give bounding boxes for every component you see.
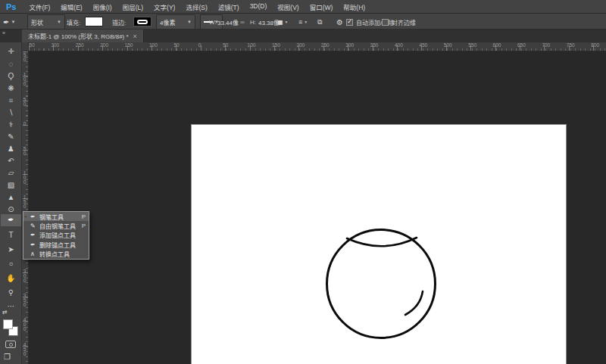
foreground-color-swatch[interactable] [3, 319, 13, 329]
menu-item[interactable]: 图像(I) [88, 2, 117, 11]
path-arrangement-button[interactable]: ⧉ [317, 14, 322, 30]
ruler-label: 450 [419, 42, 427, 48]
options-bar: ✒ ▼ 形状 ▼ 填充: 描边: 4像素 ▼ ▼ W: ∞ H: ◼▼ ≡▼ ⧉… [0, 14, 606, 30]
stroke-width-select[interactable]: 4像素 ▼ [156, 14, 195, 30]
toolbar-collapse-icon[interactable]: » [2, 30, 5, 36]
stroke-sample-icon [137, 20, 148, 24]
align-edges-label: 对齐边缘 [392, 14, 416, 30]
menu-item[interactable]: 文字(Y) [148, 2, 180, 11]
color-swatches [3, 319, 18, 336]
ruler-label: 300 [345, 42, 354, 48]
horizontal-type-tool[interactable]: T [1, 229, 21, 241]
ruler-label: 50 [22, 97, 27, 106]
gear-icon[interactable]: ⚙ [336, 14, 343, 30]
fill-label: 填充: [67, 14, 80, 30]
quick-mask-button[interactable] [5, 341, 16, 348]
ruler-label: 650 [517, 42, 526, 48]
menu-item[interactable]: 视图(V) [272, 2, 304, 11]
flyout-item-shortcut: P [82, 222, 86, 229]
width-field[interactable] [217, 19, 242, 26]
ruler-label: 300 [22, 269, 27, 282]
flyout-menu-item[interactable]: ✎ 自由钢笔工具 P [23, 221, 89, 230]
stroke-label: 描边: [112, 14, 126, 30]
menu-item[interactable]: 图层(L) [117, 2, 148, 11]
clone-stamp-tool[interactable]: ♟ [1, 143, 21, 155]
pen-tool[interactable]: ✒ [1, 214, 21, 226]
tool-mode-select[interactable]: 形状 ▼ [27, 14, 65, 30]
ruler-label: 600 [493, 42, 501, 48]
spot-healing-brush-tool[interactable]: ⚕ [1, 119, 21, 131]
quick-selection-tool[interactable]: ❋ [1, 82, 21, 95]
menu-item[interactable]: 滤镜(T) [213, 2, 245, 11]
ruler-label: 100 [22, 72, 27, 86]
flyout-item-label: 转换点工具 [39, 250, 83, 258]
lasso-tool[interactable]: Ϙ [1, 70, 21, 82]
photoshop-window: Ps 文件(F)编辑(E)图像(I)图层(L)文字(Y)选择(S)滤镜(T)3D… [0, 0, 606, 364]
screen-mode-button[interactable]: ❐ [4, 353, 11, 361]
zoom-tool[interactable]: ⚲ [1, 287, 21, 299]
path-operations-button[interactable]: ◼▼ [277, 14, 288, 30]
menu-item[interactable]: 文件(F) [23, 2, 55, 11]
edit-toolbar[interactable]: ⋯ [1, 300, 21, 313]
blur-tool[interactable]: ▲ [1, 191, 21, 204]
menu-item[interactable]: 帮助(H) [338, 2, 370, 11]
ruler-label: 0 [198, 42, 201, 48]
ruler-label: 200 [296, 42, 305, 48]
path-selection-tool[interactable]: ➤ [1, 244, 21, 256]
flyout-menu-item[interactable]: ✒ 删除锚点工具 [23, 240, 89, 249]
chevron-down-icon: ▼ [187, 20, 192, 24]
ruler-label: 100 [149, 42, 158, 48]
ruler-label: 200 [100, 42, 108, 48]
horizontal-ruler[interactable]: 3503002502001501005005010015020025030035… [29, 42, 606, 51]
brush-tool[interactable]: ✎ [1, 131, 21, 143]
close-icon[interactable]: × [133, 33, 137, 40]
auto-add-delete-checkbox[interactable]: ✓ [346, 19, 353, 26]
hand-tool[interactable]: ✋ [1, 272, 21, 285]
history-brush-tool[interactable]: ↶ [1, 155, 21, 167]
flyout-menu-item[interactable]: ∧ 转换点工具 [23, 250, 89, 259]
ruler-label: 150 [22, 51, 27, 61]
menu-item[interactable]: 编辑(E) [55, 2, 87, 11]
vertical-ruler[interactable]: 15010050050100150200250300350400450500 [22, 51, 29, 364]
flyout-item-label: 钢笔工具 [39, 213, 80, 221]
menu-item[interactable]: 选择(S) [180, 2, 212, 11]
menu-item[interactable]: 窗口(W) [305, 2, 339, 11]
flyout-menu-item[interactable]: ✒ 添加锚点工具 [23, 231, 89, 240]
stroke-color-swatch[interactable] [133, 17, 152, 26]
link-dimensions-icon[interactable]: ∞ [240, 14, 245, 30]
ruler-label: 150 [22, 194, 27, 208]
ruler-label: 300 [51, 42, 59, 48]
ruler-label: 250 [321, 42, 330, 48]
document-tab[interactable]: 未标题-1 @ 100% (形状 3, RGB/8#) * × [22, 30, 144, 42]
move-tool[interactable]: ✛ [1, 45, 21, 58]
ruler-label: 50 [22, 146, 27, 155]
fill-color-swatch[interactable] [85, 17, 103, 26]
eyedropper-tool[interactable]: ∖ [1, 107, 21, 119]
ruler-label: 700 [542, 42, 550, 48]
ruler-label: 50 [223, 42, 228, 48]
ruler-label: 150 [125, 42, 133, 48]
pen-variant-icon: ✎ [30, 222, 37, 229]
menu-item[interactable]: 3D(D) [245, 2, 273, 11]
ruler-label: 150 [272, 42, 280, 48]
flyout-menu-item[interactable]: ▪ ✒ 钢笔工具 P [23, 212, 89, 221]
document-canvas[interactable] [192, 125, 566, 364]
pen-tool-flyout-menu: ▪ ✒ 钢笔工具 P ✎ 自由钢笔工具 P ✒ 添加锚点工具 [23, 211, 89, 260]
flyout-item-label: 添加锚点工具 [39, 231, 83, 239]
crop-tool[interactable]: ⌗ [1, 95, 21, 107]
pen-icon: ✒ [3, 18, 9, 26]
eraser-tool[interactable]: ▱ [1, 167, 21, 179]
ruler-label: 500 [444, 42, 452, 48]
ruler-label: 100 [22, 170, 27, 184]
chevron-down-icon: ▼ [11, 20, 15, 24]
ruler-label: 50 [173, 42, 179, 48]
chevron-down-icon: ▼ [57, 20, 61, 24]
tool-preset-picker[interactable]: ✒ ▼ [3, 14, 15, 30]
gradient-tool[interactable]: ▧ [1, 179, 21, 191]
elliptical-marquee-tool[interactable]: ◌ [1, 58, 21, 70]
ellipse-shape-tool[interactable]: ○ [1, 258, 21, 270]
height-field-label: H: [250, 14, 256, 30]
align-edges-checkbox[interactable] [382, 19, 389, 26]
path-alignment-button[interactable]: ≡▼ [298, 14, 308, 30]
ruler-origin-corner[interactable] [22, 42, 29, 51]
